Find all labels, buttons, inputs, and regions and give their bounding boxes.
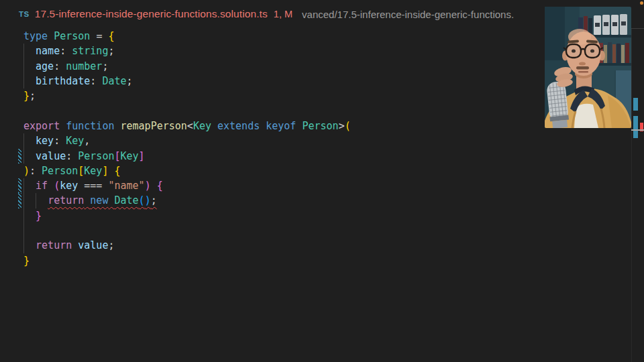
webcam-overlay — [545, 7, 631, 128]
code-token: number — [66, 60, 102, 72]
code-token: keyof — [266, 120, 296, 132]
code-token: Person — [54, 30, 90, 42]
code-token — [23, 239, 36, 251]
code-token — [23, 150, 36, 162]
code-token — [60, 120, 66, 132]
git-modified-gutter-mark — [18, 149, 21, 164]
code-token — [23, 180, 36, 192]
code-token: if — [36, 180, 48, 192]
code-token — [23, 45, 36, 57]
code-token: value — [36, 150, 66, 162]
notification-dot — [640, 1, 643, 5]
code-token: return — [48, 194, 84, 206]
vscode-window: TS 17.5-inference-inside-generic-functio… — [0, 0, 644, 362]
code-token — [23, 60, 36, 72]
code-line[interactable]: value: Person[Key] — [0, 149, 631, 164]
code-token: Key — [193, 120, 211, 132]
code-line[interactable]: if (key === "name") { — [0, 178, 631, 193]
code-token: ; — [30, 90, 36, 102]
code-line[interactable]: birthdate: Date; — [0, 74, 631, 88]
code-token: Date — [114, 194, 138, 206]
code-token: return — [36, 239, 72, 251]
indent-guide — [23, 74, 24, 88]
code-token: Person — [42, 165, 78, 177]
code-token — [23, 135, 36, 147]
indent-guide — [23, 44, 24, 58]
cursor-position-mark — [631, 129, 644, 131]
code-area[interactable]: type Person = { name: string; age: numbe… — [0, 28, 631, 268]
code-token — [151, 180, 157, 192]
code-token: extends — [217, 120, 260, 132]
code-token — [78, 180, 84, 192]
code-token: , — [84, 135, 90, 147]
code-token: { — [108, 30, 114, 42]
code-token: ) — [145, 180, 151, 192]
indent-guide — [23, 178, 24, 193]
code-token: } — [23, 255, 30, 267]
code-token: } — [23, 90, 30, 102]
code-line[interactable]: ): Person[Key] { — [0, 164, 631, 178]
code-token — [114, 120, 120, 132]
code-token: : — [30, 165, 36, 177]
code-token: Person — [78, 150, 114, 162]
code-line[interactable]: key: Key, — [0, 133, 631, 148]
code-token — [36, 165, 42, 177]
code-line[interactable]: } — [0, 253, 631, 268]
code-token: string — [72, 45, 108, 57]
code-token — [66, 45, 72, 57]
code-line[interactable]: age: number; — [0, 59, 631, 74]
code-line[interactable]: return new Date(); — [0, 193, 631, 208]
code-token: export — [23, 120, 60, 132]
code-token: "name" — [108, 180, 144, 192]
code-token: : — [54, 60, 60, 72]
code-token: function — [66, 120, 114, 132]
tab-problem-modified-badge: 1, M — [274, 9, 292, 19]
indent-guide — [23, 223, 24, 238]
code-token: ) — [145, 194, 151, 206]
code-token: { — [157, 180, 163, 192]
code-token: Key — [66, 135, 84, 147]
code-token — [23, 210, 36, 222]
code-line[interactable]: return value; — [0, 238, 631, 253]
code-line[interactable]: name: string; — [0, 44, 631, 58]
code-token: name — [36, 45, 60, 57]
code-token: Key — [84, 165, 102, 177]
code-token: new — [90, 194, 108, 206]
indent-guide — [23, 149, 24, 164]
git-modified-gutter-mark — [18, 178, 21, 193]
breadcrumb[interactable]: vanced/17.5-inference-inside-generic-fun… — [302, 9, 514, 20]
code-line[interactable] — [0, 104, 631, 119]
code-token: ) — [23, 165, 30, 177]
code-token — [211, 120, 217, 132]
code-line[interactable] — [0, 223, 631, 238]
typescript-file-icon: TS — [19, 10, 30, 18]
code-line[interactable]: }; — [0, 88, 631, 103]
overview-ruler[interactable] — [631, 28, 644, 362]
code-token: value — [78, 239, 108, 251]
code-line[interactable]: } — [0, 208, 631, 223]
code-token — [72, 150, 78, 162]
code-token: remapPerson — [121, 120, 187, 132]
error-squiggle: return new Date(); — [48, 194, 157, 206]
code-token — [48, 30, 54, 42]
code-token: > — [339, 120, 345, 132]
code-token: key — [36, 135, 54, 147]
code-token: < — [187, 120, 193, 132]
indent-guide — [23, 193, 24, 208]
code-line[interactable]: export function remapPerson<Key extends … — [0, 119, 631, 133]
tab-filename: 17.5-inference-inside-generic-functions.… — [35, 8, 268, 20]
code-token: age — [36, 60, 54, 72]
code-token: Date — [102, 75, 126, 87]
code-token: type — [23, 30, 48, 42]
active-tab[interactable]: TS 17.5-inference-inside-generic-functio… — [0, 8, 292, 20]
code-token: ( — [139, 194, 145, 206]
code-token: ; — [102, 60, 108, 72]
indent-guide — [23, 208, 24, 223]
code-line[interactable]: type Person = { — [0, 29, 631, 44]
code-token: ; — [127, 75, 133, 87]
git-modified-gutter-mark — [18, 193, 21, 208]
code-token: [ — [114, 150, 120, 162]
code-token: ; — [108, 45, 114, 57]
code-token — [260, 120, 266, 132]
code-token: ; — [108, 239, 114, 251]
